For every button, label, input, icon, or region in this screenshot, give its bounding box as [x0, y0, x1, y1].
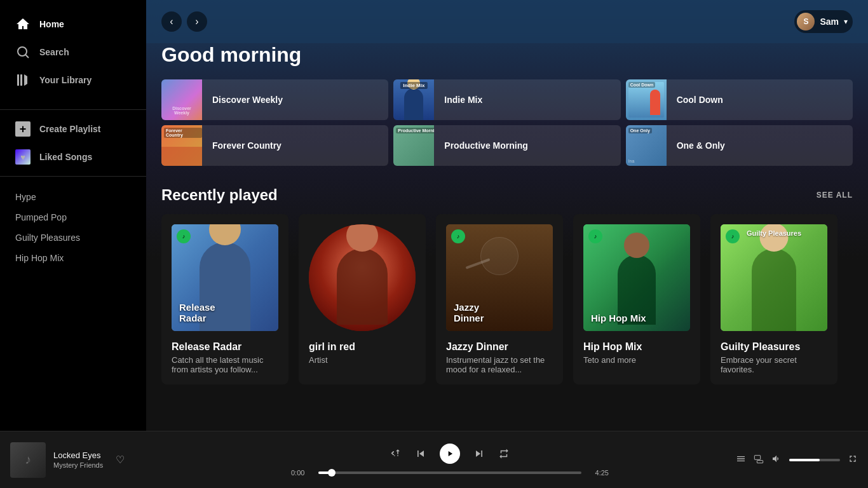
home-icon [15, 17, 31, 32]
playback-controls [390, 444, 510, 464]
shuffle-button[interactable] [390, 448, 402, 459]
quick-card-label: One & Only [667, 140, 735, 151]
top-bar: ‹ › S Sam ▾ [146, 0, 868, 43]
volume-button[interactable] [771, 454, 782, 466]
next-button[interactable] [473, 447, 485, 460]
create-playlist-button[interactable]: + Create Playlist [0, 115, 146, 143]
sidebar-item-search[interactable]: Search [0, 38, 146, 66]
search-label: Search [39, 47, 69, 57]
quick-card-label: Discover Weekly [202, 95, 293, 105]
spotify-logo: ♪ [588, 229, 602, 243]
see-all-button[interactable]: SEE ALL [817, 191, 853, 200]
overlay-text: Hip Hop Mix [591, 313, 646, 323]
jazzy-dinner-art: ♪ JazzyDinner [446, 224, 553, 331]
like-button[interactable]: ♡ [116, 454, 125, 466]
player-track-section: ♪ Locked Eyes Mystery Friends ♡ [10, 442, 201, 478]
total-time: 4:25 [587, 469, 609, 477]
previous-button[interactable] [414, 447, 427, 460]
quick-card-img-discover: Discover Weekly [161, 79, 202, 120]
cool-down-art: Cool Down [626, 79, 667, 120]
heart-icon: ♥ [15, 149, 31, 165]
svg-rect-5 [757, 460, 763, 463]
quick-card-forever-country[interactable]: Forever Country Forever Country [161, 125, 388, 166]
girl-in-red-art [309, 224, 416, 331]
player-extra-controls [699, 454, 858, 466]
plus-icon: + [15, 121, 31, 137]
overlay-text: ReleaseRadar [179, 302, 215, 323]
main-content: ‹ › S Sam ▾ Good morning Disco [146, 0, 868, 431]
list-item[interactable]: Guilty Pleasures [0, 227, 146, 248]
quick-play-grid: Discover Weekly Discover Weekly [161, 79, 853, 166]
chevron-down-icon: ▾ [844, 17, 848, 26]
svg-rect-4 [754, 455, 760, 459]
list-item[interactable]: Hype [0, 187, 146, 207]
recently-played-header: Recently played SEE ALL [161, 186, 853, 204]
indie-mix-art: Indie Mix [393, 79, 434, 120]
card-subtitle: Artist [309, 355, 416, 365]
card-hip-hop-mix[interactable]: ♪ Hip Hop Mix Hip Hop Mix Teto and more [573, 214, 700, 384]
page-title: Good morning [161, 43, 853, 67]
player-bar: ♪ Locked Eyes Mystery Friends ♡ [0, 431, 868, 488]
liked-songs-button[interactable]: ♥ Liked Songs [0, 143, 146, 171]
navigation-arrows: ‹ › [161, 11, 207, 32]
quick-card-one-only[interactable]: One Only Ina One & Only [626, 125, 853, 166]
card-jazzy-dinner[interactable]: ♪ JazzyDinner Jazzy Dinner Instrumental … [436, 214, 563, 384]
card-guilty-pleasures[interactable]: Guilty Pleasures ♪ Guilty Pleasures Embr… [710, 214, 837, 384]
svg-rect-2 [17, 74, 19, 86]
create-playlist-label: Create Playlist [39, 124, 101, 134]
recently-played-title: Recently played [161, 186, 278, 204]
progress-dot [328, 469, 336, 477]
player-controls-section: 0:00 4:25 [201, 444, 699, 477]
list-item[interactable]: Hip Hop Mix [0, 248, 146, 268]
quick-card-discover-weekly[interactable]: Discover Weekly Discover Weekly [161, 79, 388, 120]
sidebar-nav: Home Search [0, 5, 146, 104]
page-content: Good morning Discover Weekly Discover We… [146, 43, 868, 400]
devices-button[interactable] [754, 454, 764, 466]
forward-button[interactable]: › [187, 11, 207, 32]
sidebar-item-library[interactable]: Your Library [0, 66, 146, 94]
release-radar-art: ♪ ReleaseRadar [172, 224, 278, 331]
current-time: 0:00 [291, 469, 313, 477]
artist-name: Mystery Friends [53, 461, 103, 469]
playlist-list: Hype Pumped Pop Guilty Pleasures Hip Hop… [0, 187, 146, 268]
search-icon [15, 44, 31, 60]
back-button[interactable]: ‹ [161, 11, 182, 32]
hip-hop-art: ♪ Hip Hop Mix [583, 224, 690, 331]
quick-card-label: Indie Mix [434, 95, 492, 105]
album-art: ♪ [10, 442, 46, 478]
quick-card-img-productive: Productive Morning [393, 125, 434, 166]
volume-fill [789, 459, 820, 461]
user-menu[interactable]: S Sam ▾ [794, 10, 853, 33]
card-subtitle: Catch all the latest music from artists … [172, 355, 278, 374]
productive-morning-art: Productive Morning [393, 125, 434, 166]
card-img-girl-in-red [309, 224, 416, 331]
card-release-radar[interactable]: ♪ ReleaseRadar Release Radar Catch all t… [161, 214, 288, 384]
progress-bar[interactable]: 0:00 4:25 [291, 469, 609, 477]
repeat-button[interactable] [498, 448, 510, 459]
queue-button[interactable] [736, 454, 746, 466]
volume-slider[interactable] [789, 459, 840, 461]
sidebar: Home Search [0, 0, 146, 431]
card-subtitle: Instrumental jazz to set the mood for a … [446, 355, 553, 374]
quick-card-productive-morning[interactable]: Productive Morning Productive Morning [393, 125, 620, 166]
card-girl-in-red[interactable]: girl in red Artist [299, 214, 426, 384]
card-subtitle: Embrace your secret favorites. [721, 355, 827, 374]
forever-country-art: Forever Country [161, 125, 202, 166]
progress-track[interactable] [318, 471, 581, 474]
sidebar-item-home[interactable]: Home [0, 10, 146, 38]
spotify-logo: ♪ [177, 229, 191, 243]
quick-card-cool-down[interactable]: Cool Down Cool Down [626, 79, 853, 120]
library-label: Your Library [39, 75, 92, 85]
one-only-art: One Only Ina [626, 125, 667, 166]
fullscreen-button[interactable] [848, 454, 858, 466]
card-img-guilty: Guilty Pleasures ♪ [721, 224, 827, 331]
play-pause-button[interactable] [440, 444, 460, 464]
quick-card-indie-mix[interactable]: Indie Mix Indie Mix [393, 79, 620, 120]
spotify-logo: ♪ [451, 229, 465, 243]
quick-card-img-indie: Indie Mix [393, 79, 434, 120]
quick-card-label: Cool Down [667, 95, 733, 105]
home-label: Home [39, 19, 64, 29]
list-item[interactable]: Pumped Pop [0, 207, 146, 227]
svg-point-0 [18, 47, 27, 56]
library-icon [15, 72, 31, 88]
